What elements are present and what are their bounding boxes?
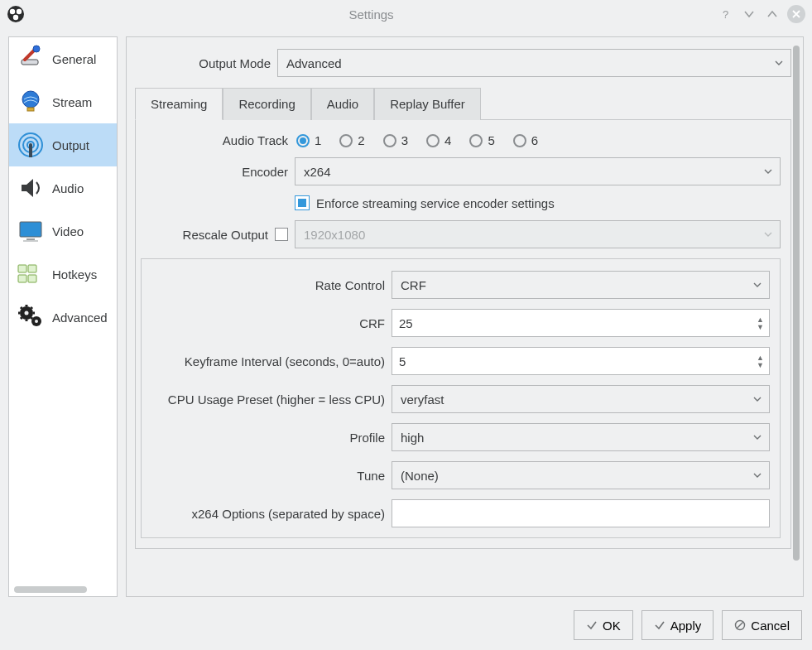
sidebar-item-output[interactable]: Output	[9, 123, 117, 166]
crf-row: CRF 25 ▲▼	[147, 309, 770, 337]
svg-rect-13	[20, 222, 41, 237]
sidebar-item-stream[interactable]: Stream	[9, 80, 117, 123]
audio-icon	[16, 173, 46, 203]
audio-track-radio-6[interactable]: 6	[513, 133, 538, 147]
audio-track-label: Audio Track	[141, 133, 295, 147]
button-bar: OK Apply Cancel	[0, 602, 812, 650]
crf-label: CRF	[147, 316, 392, 330]
svg-rect-15	[23, 240, 38, 242]
tune-row: Tune (None)	[147, 461, 770, 489]
tab-audio[interactable]: Audio	[311, 88, 374, 120]
audio-track-group: 1 2 3 4 5 6	[296, 133, 538, 147]
sidebar-item-hotkeys[interactable]: Hotkeys	[9, 253, 117, 296]
sidebar-item-label: Audio	[52, 181, 84, 195]
minimize-button[interactable]	[741, 6, 757, 22]
apply-button[interactable]: Apply	[641, 610, 714, 640]
svg-rect-14	[26, 238, 35, 240]
rate-control-label: Rate Control	[147, 278, 392, 292]
svg-rect-8	[27, 108, 34, 111]
help-button[interactable]: ?	[718, 6, 734, 22]
encoder-settings-group: Rate Control CRF CRF 25 ▲▼	[141, 258, 781, 538]
chevron-down-icon	[774, 58, 784, 68]
output-mode-value: Advanced	[286, 56, 342, 70]
svg-rect-16	[18, 265, 26, 272]
sidebar-item-general[interactable]: General	[9, 37, 117, 80]
output-mode-label: Output Mode	[135, 56, 277, 70]
rescale-row: Rescale Output 1920x1080	[141, 220, 781, 248]
ok-button[interactable]: OK	[574, 610, 633, 640]
chevron-down-icon	[752, 280, 762, 290]
sidebar-item-label: Hotkeys	[52, 267, 97, 282]
sidebar-item-audio[interactable]: Audio	[9, 166, 117, 209]
crf-spinner[interactable]: 25 ▲▼	[392, 309, 770, 337]
sidebar-item-advanced[interactable]: Advanced	[9, 296, 117, 339]
svg-point-22	[25, 311, 29, 315]
svg-text:?: ?	[723, 8, 728, 20]
cpu-preset-label: CPU Usage Preset (higher = less CPU)	[147, 392, 392, 407]
sidebar: General Stream Output Audio	[8, 36, 118, 597]
encoder-select[interactable]: x264	[295, 157, 781, 185]
sidebar-item-label: Stream	[52, 95, 92, 109]
streaming-tab-panel: Audio Track 1 2 3 4 5 6 Encoder	[135, 120, 791, 549]
maximize-button[interactable]	[764, 6, 781, 22]
x264-opts-row: x264 Options (separated by space)	[147, 499, 770, 527]
tab-streaming[interactable]: Streaming	[135, 88, 223, 120]
chevron-down-icon	[752, 394, 762, 404]
tab-recording[interactable]: Recording	[223, 88, 310, 120]
rate-control-row: Rate Control CRF	[147, 271, 770, 299]
svg-rect-19	[28, 275, 36, 282]
svg-point-1	[10, 9, 15, 14]
titlebar: Settings ?	[0, 0, 812, 28]
profile-label: Profile	[147, 431, 392, 445]
profile-row: Profile high	[147, 423, 770, 451]
audio-track-radio-4[interactable]: 4	[426, 133, 451, 147]
sidebar-item-label: Advanced	[52, 311, 108, 325]
keyframe-label: Keyframe Interval (seconds, 0=auto)	[147, 354, 392, 368]
rescale-checkbox[interactable]	[275, 228, 288, 241]
main-panel: Output Mode Advanced Streaming Recording…	[126, 36, 804, 597]
spinner-arrows-icon: ▲▼	[757, 354, 764, 368]
chevron-down-icon	[763, 166, 773, 176]
encoder-label: Encoder	[141, 165, 295, 179]
tab-replay-buffer[interactable]: Replay Buffer	[374, 88, 481, 120]
chevron-down-icon	[752, 432, 762, 442]
sidebar-item-label: Video	[52, 224, 84, 238]
keyframe-spinner[interactable]: 5 ▲▼	[392, 347, 770, 375]
enforce-checkbox[interactable]: Enforce streaming service encoder settin…	[295, 195, 555, 210]
video-icon	[16, 216, 46, 246]
app-icon	[7, 5, 25, 23]
rescale-label: Rescale Output	[141, 228, 275, 242]
svg-rect-17	[28, 265, 36, 272]
cpu-preset-select[interactable]: veryfast	[392, 385, 770, 413]
settings-window: Settings ? General	[0, 0, 812, 650]
audio-track-radio-2[interactable]: 2	[339, 133, 364, 147]
sidebar-item-label: General	[52, 52, 96, 66]
cpu-preset-row: CPU Usage Preset (higher = less CPU) ver…	[147, 385, 770, 413]
x264-opts-input[interactable]	[392, 499, 770, 527]
main-scrollbar[interactable]	[793, 46, 800, 588]
sidebar-item-video[interactable]: Video	[9, 209, 117, 253]
output-icon	[16, 130, 46, 160]
profile-select[interactable]: high	[392, 423, 770, 451]
rate-control-select[interactable]: CRF	[392, 271, 770, 299]
tune-select[interactable]: (None)	[392, 461, 770, 489]
output-mode-select[interactable]: Advanced	[277, 49, 791, 77]
audio-track-radio-5[interactable]: 5	[469, 133, 494, 147]
x264-opts-label: x264 Options (separated by space)	[147, 507, 392, 521]
scrollbar-thumb[interactable]	[793, 46, 800, 561]
content-area: General Stream Output Audio	[0, 28, 812, 602]
sidebar-scrollbar[interactable]	[14, 586, 87, 593]
audio-track-radio-3[interactable]: 3	[383, 133, 408, 147]
spinner-arrows-icon: ▲▼	[757, 316, 764, 330]
hotkeys-icon	[16, 259, 46, 289]
check-icon	[586, 619, 598, 631]
svg-point-3	[13, 15, 18, 20]
svg-point-12	[29, 143, 32, 147]
cancel-button[interactable]: Cancel	[722, 610, 802, 640]
window-title: Settings	[31, 7, 711, 22]
close-button[interactable]	[787, 5, 805, 23]
rescale-select[interactable]: 1920x1080	[295, 220, 781, 248]
audio-track-radio-1[interactable]: 1	[296, 133, 321, 147]
tune-label: Tune	[147, 469, 392, 483]
general-icon	[16, 44, 46, 74]
